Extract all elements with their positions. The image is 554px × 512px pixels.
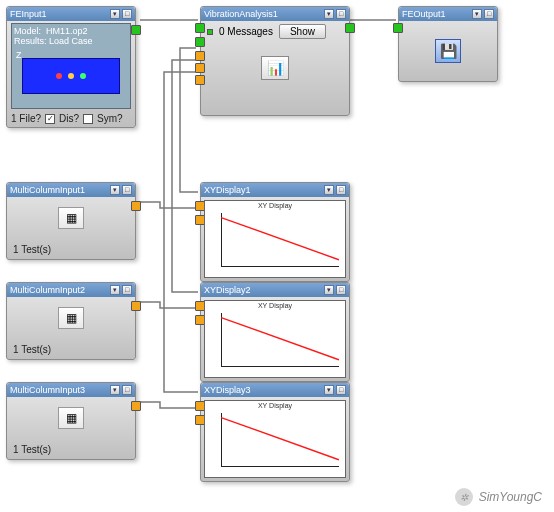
collapse-icon[interactable]: □ xyxy=(336,285,346,295)
status-dot-icon xyxy=(207,29,213,35)
table-icon[interactable]: ▦ xyxy=(58,407,84,429)
toggle-icon[interactable]: ▾ xyxy=(110,385,120,395)
toggle-icon[interactable]: ▾ xyxy=(472,9,482,19)
messages-text: 0 Messages xyxy=(219,26,273,37)
node-mci1[interactable]: MultiColumnInput1 ▾□ ▦ 1 Test(s) xyxy=(6,182,136,260)
node-xy3[interactable]: XYDisplay3 ▾□ XY Display xyxy=(200,382,350,482)
title-text: MultiColumnInput2 xyxy=(10,285,85,295)
titlebar[interactable]: MultiColumnInput3 ▾□ xyxy=(7,383,135,397)
checkbox-sym[interactable] xyxy=(83,114,93,124)
model-preview[interactable]: Model: HM11.op2 Results: Load Case Z xyxy=(11,23,131,109)
out-port[interactable] xyxy=(345,23,355,33)
title-text: MultiColumnInput1 xyxy=(10,185,85,195)
node-feinput[interactable]: FEInput1 ▾ □ Model: HM11.op2 Results: Lo… xyxy=(6,6,136,128)
collapse-icon[interactable]: □ xyxy=(336,385,346,395)
save-icon[interactable]: 💾 xyxy=(435,39,461,63)
titlebar[interactable]: FEInput1 ▾ □ xyxy=(7,7,135,21)
out-port[interactable] xyxy=(131,401,141,411)
toggle-icon[interactable]: ▾ xyxy=(110,285,120,295)
chart-line xyxy=(221,313,339,367)
out-port[interactable] xyxy=(131,301,141,311)
title-text: MultiColumnInput3 xyxy=(10,385,85,395)
collapse-icon[interactable]: □ xyxy=(122,285,132,295)
titlebar[interactable]: MultiColumnInput2 ▾□ xyxy=(7,283,135,297)
in-port-2[interactable] xyxy=(195,37,205,47)
in-port-5[interactable] xyxy=(195,75,205,85)
in-port-3[interactable] xyxy=(195,51,205,61)
collapse-icon[interactable]: □ xyxy=(336,9,346,19)
show-button[interactable]: Show xyxy=(279,24,326,39)
axis-label: Z xyxy=(16,50,22,60)
toggle-icon[interactable]: ▾ xyxy=(324,9,334,19)
table-icon[interactable]: ▦ xyxy=(58,307,84,329)
chart-line xyxy=(221,213,339,267)
collapse-icon[interactable]: □ xyxy=(336,185,346,195)
model-3d-icon xyxy=(22,58,120,94)
titlebar[interactable]: VibrationAnalysis1 ▾ □ xyxy=(201,7,349,21)
titlebar[interactable]: XYDisplay2 ▾□ xyxy=(201,283,349,297)
title-text: FEInput1 xyxy=(10,9,47,19)
status-text: 1 Test(s) xyxy=(13,244,51,255)
xy-plot[interactable]: XY Display xyxy=(204,300,346,378)
file-count: 1 File? xyxy=(11,113,41,124)
title-text: XYDisplay3 xyxy=(204,385,251,395)
xy-plot[interactable]: XY Display xyxy=(204,200,346,278)
node-feoutput[interactable]: FEOutput1 ▾ □ 💾 xyxy=(398,6,498,82)
title-text: XYDisplay1 xyxy=(204,185,251,195)
collapse-icon[interactable]: □ xyxy=(122,9,132,19)
out-port[interactable] xyxy=(131,25,141,35)
title-text: XYDisplay2 xyxy=(204,285,251,295)
titlebar[interactable]: XYDisplay3 ▾□ xyxy=(201,383,349,397)
title-text: FEOutput1 xyxy=(402,9,446,19)
collapse-icon[interactable]: □ xyxy=(122,385,132,395)
status-text: 1 Test(s) xyxy=(13,444,51,455)
analysis-icon[interactable]: 📊 xyxy=(261,56,289,80)
collapse-icon[interactable]: □ xyxy=(484,9,494,19)
toggle-icon[interactable]: ▾ xyxy=(110,9,120,19)
titlebar[interactable]: FEOutput1 ▾ □ xyxy=(399,7,497,21)
collapse-icon[interactable]: □ xyxy=(122,185,132,195)
titlebar[interactable]: MultiColumnInput1 ▾□ xyxy=(7,183,135,197)
toggle-icon[interactable]: ▾ xyxy=(324,385,334,395)
node-vibration[interactable]: VibrationAnalysis1 ▾ □ 0 Messages Show 📊 xyxy=(200,6,350,116)
node-xy2[interactable]: XYDisplay2 ▾□ XY Display xyxy=(200,282,350,382)
out-port[interactable] xyxy=(131,201,141,211)
node-xy1[interactable]: XYDisplay1 ▾□ XY Display xyxy=(200,182,350,282)
status-text: 1 Test(s) xyxy=(13,344,51,355)
table-icon[interactable]: ▦ xyxy=(58,207,84,229)
node-mci2[interactable]: MultiColumnInput2 ▾□ ▦ 1 Test(s) xyxy=(6,282,136,360)
chart-line xyxy=(221,413,339,467)
toggle-icon[interactable]: ▾ xyxy=(324,185,334,195)
in-port-4[interactable] xyxy=(195,63,205,73)
in-port[interactable] xyxy=(393,23,403,33)
toggle-icon[interactable]: ▾ xyxy=(324,285,334,295)
wechat-icon: ✲ xyxy=(455,488,473,506)
watermark: ✲ SimYoungC xyxy=(455,488,542,506)
titlebar[interactable]: XYDisplay1 ▾□ xyxy=(201,183,349,197)
in-port-1[interactable] xyxy=(195,23,205,33)
node-mci3[interactable]: MultiColumnInput3 ▾□ ▦ 1 Test(s) xyxy=(6,382,136,460)
checkbox-dis[interactable] xyxy=(45,114,55,124)
xy-plot[interactable]: XY Display xyxy=(204,400,346,478)
title-text: VibrationAnalysis1 xyxy=(204,9,278,19)
toggle-icon[interactable]: ▾ xyxy=(110,185,120,195)
